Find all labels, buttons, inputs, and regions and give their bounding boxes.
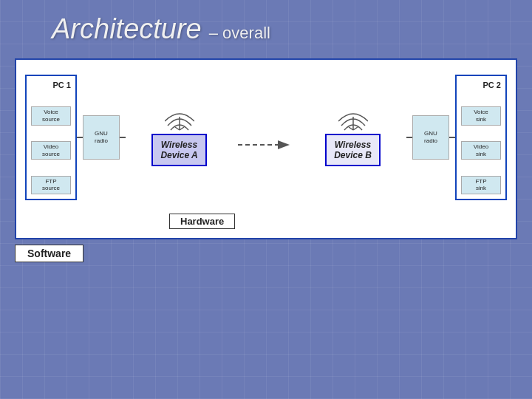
wireless-a-section: Wireless Device A	[126, 109, 233, 166]
center-arrow-section	[233, 122, 299, 153]
pc2-gnu-radio: GNUradio	[412, 115, 449, 160]
signal-waves-b	[338, 109, 368, 132]
pc1-connector	[77, 137, 83, 138]
title-row: Architecture – overall	[52, 13, 270, 45]
svg-line-6	[349, 127, 353, 130]
svg-line-1	[175, 127, 180, 130]
pc1-gnu-connector	[120, 137, 126, 138]
pc2-box: PC 2 Voicesink Videosink FTPsink	[455, 75, 507, 200]
svg-line-7	[353, 127, 358, 130]
pc1-video-source: Videosource	[31, 141, 71, 160]
software-label: Software	[15, 247, 83, 260]
page-title-sub: – overall	[209, 24, 270, 43]
wireless-b-section: Wireless Device B	[299, 109, 406, 166]
pc2-video-sink: Videosink	[461, 141, 501, 160]
diagram-outer: PC 1 Voicesource Videosource FTPsource G…	[15, 58, 517, 239]
pc1-container: PC 1 Voicesource Videosource FTPsource G…	[25, 75, 126, 200]
diagram-wrapper: PC 1 Voicesource Videosource FTPsource G…	[15, 58, 517, 260]
antenna-waves-b-svg	[338, 109, 368, 132]
dashed-arrow-svg	[236, 137, 296, 153]
pc2-gnu-connector	[406, 137, 412, 138]
pc2-ftp-sink: FTPsink	[461, 176, 501, 194]
hardware-label: Hardware	[25, 214, 507, 229]
wireless-device-b-box: Wireless Device B	[325, 134, 381, 166]
svg-line-2	[180, 127, 184, 130]
pc1-ftp-source: FTPsource	[31, 176, 71, 194]
pc1-box: PC 1 Voicesource Videosource FTPsource	[25, 75, 77, 200]
pc2-label: PC 2	[461, 81, 501, 89]
pc2-connector	[449, 137, 455, 138]
pc2-container: GNUradio PC 2 Voicesink Videosink FTPsin…	[406, 75, 507, 200]
antenna-waves-a-svg	[165, 109, 194, 132]
pc1-label: PC 1	[31, 81, 71, 89]
pc1-gnu-radio: GNUradio	[83, 115, 120, 160]
pc2-voice-sink: Voicesink	[461, 106, 501, 125]
diagram-inner: PC 1 Voicesource Videosource FTPsource G…	[25, 67, 507, 208]
signal-waves-a	[165, 109, 194, 132]
page-title-main: Architecture	[52, 13, 202, 45]
pc1-voice-source: Voicesource	[31, 106, 71, 125]
wireless-device-a-box: Wireless Device A	[151, 134, 206, 166]
